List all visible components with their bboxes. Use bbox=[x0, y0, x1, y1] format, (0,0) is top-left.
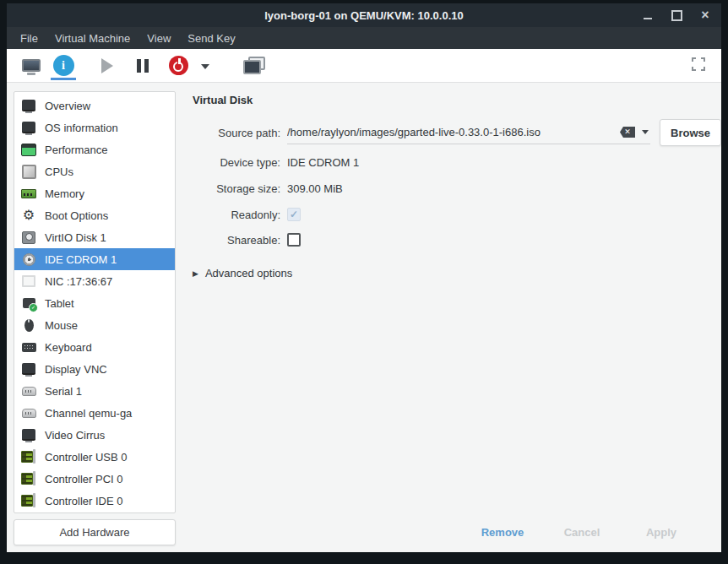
add-hardware-button[interactable]: Add Hardware bbox=[14, 519, 176, 545]
sidebar-item-ide-cdrom-1[interactable]: IDE CDROM 1 bbox=[14, 248, 175, 270]
close-icon[interactable]: × bbox=[698, 8, 713, 23]
sidebar-item-label: Video Cirrus bbox=[45, 429, 105, 442]
sidebar-item-nic-17-36-67[interactable]: NIC :17:36:67 bbox=[14, 270, 175, 292]
sidebar-item-label: Memory bbox=[45, 187, 84, 200]
monitor-icon bbox=[21, 361, 36, 377]
sidebar-item-label: OS information bbox=[45, 122, 118, 134]
pause-icon bbox=[137, 59, 149, 73]
minimize-icon[interactable] bbox=[640, 8, 655, 23]
sidebar-list: Overview OS information Performance CPUs… bbox=[14, 91, 176, 513]
menu-virtual-machine[interactable]: Virtual Machine bbox=[46, 29, 139, 48]
footer-actions: Remove Cancel Apply bbox=[463, 519, 701, 545]
cdrom-icon bbox=[21, 252, 36, 267]
memory-icon bbox=[21, 186, 36, 201]
sidebar-item-keyboard[interactable]: Keyboard bbox=[14, 336, 175, 358]
titlebar: lyon-borg-01 on QEMU/KVM: 10.0.0.10 × bbox=[7, 3, 721, 27]
sidebar-item-performance[interactable]: Performance bbox=[14, 138, 175, 160]
advanced-options-expander[interactable]: ▶ Advanced options bbox=[193, 267, 721, 279]
sidebar-item-label: Channel qemu-ga bbox=[45, 407, 132, 420]
virtual-disk-panel: Virtual Disk Source path: /home/raylyon/… bbox=[186, 83, 721, 552]
menubar: File Virtual Machine View Send Key bbox=[7, 27, 721, 49]
sidebar-item-virtio-disk-1[interactable]: VirtIO Disk 1 bbox=[14, 226, 175, 248]
sidebar-item-label: Performance bbox=[45, 144, 107, 156]
serial-icon bbox=[21, 405, 36, 420]
monitor-icon bbox=[21, 427, 36, 442]
sidebar-item-display-vnc[interactable]: Display VNC bbox=[14, 358, 175, 380]
maximize-icon[interactable] bbox=[669, 8, 684, 23]
sidebar-item-os-information[interactable]: OS information bbox=[14, 117, 175, 138]
sidebar-item-label: Controller USB 0 bbox=[45, 451, 128, 464]
storage-size-value: 309.00 MiB bbox=[287, 182, 343, 195]
source-path-label: Source path: bbox=[186, 127, 280, 139]
browse-button[interactable]: Browse bbox=[660, 119, 721, 146]
run-button[interactable] bbox=[91, 52, 123, 80]
tablet-icon bbox=[21, 296, 36, 311]
sidebar-item-label: Tablet bbox=[45, 297, 74, 310]
sidebar-item-mouse[interactable]: Mouse bbox=[14, 314, 175, 336]
sidebar-item-boot-options[interactable]: ⚙ Boot Options bbox=[14, 204, 175, 226]
shareable-checkbox[interactable] bbox=[287, 233, 301, 247]
source-path-value: /home/raylyon/images/gparted-live-0.33.0… bbox=[287, 126, 620, 138]
serial-icon bbox=[21, 383, 36, 399]
keyboard-icon bbox=[21, 339, 36, 355]
sidebar-item-controller-usb-0[interactable]: Controller USB 0 bbox=[14, 446, 175, 468]
cancel-button[interactable]: Cancel bbox=[542, 519, 622, 545]
console-view-button[interactable] bbox=[15, 52, 47, 80]
sidebar-item-label: Controller PCI 0 bbox=[45, 473, 122, 485]
sidebar-item-overview[interactable]: Overview bbox=[14, 95, 175, 117]
virt-manager-vm-window: lyon-borg-01 on QEMU/KVM: 10.0.0.10 × Fi… bbox=[0, 0, 728, 564]
sidebar-item-serial-1[interactable]: Serial 1 bbox=[14, 380, 175, 402]
menu-file[interactable]: File bbox=[12, 29, 46, 48]
sidebar-item-label: CPUs bbox=[45, 165, 73, 178]
pause-button[interactable] bbox=[127, 52, 159, 80]
sidebar-item-tablet[interactable]: Tablet bbox=[14, 292, 175, 314]
device-type-value: IDE CDROM 1 bbox=[287, 156, 359, 169]
performance-icon bbox=[21, 142, 36, 157]
displays-icon bbox=[243, 57, 265, 74]
sidebar-item-label: Display VNC bbox=[45, 363, 107, 376]
sidebar-item-label: Mouse bbox=[45, 319, 78, 332]
content: Overview OS information Performance CPUs… bbox=[7, 83, 721, 552]
expander-arrow-icon: ▶ bbox=[193, 269, 198, 278]
monitor-icon bbox=[21, 120, 36, 135]
monitor-icon bbox=[21, 98, 36, 113]
source-path-row: Source path: /home/raylyon/images/gparte… bbox=[186, 117, 721, 148]
sidebar-item-controller-ide-0[interactable]: Controller IDE 0 bbox=[14, 490, 175, 512]
displays-button[interactable] bbox=[238, 52, 270, 80]
sidebar-item-label: Overview bbox=[45, 100, 90, 112]
readonly-label: Readonly: bbox=[186, 209, 280, 221]
details-view-button[interactable]: i bbox=[47, 52, 79, 80]
toolbar: i bbox=[7, 49, 721, 83]
source-path-input[interactable]: /home/raylyon/images/gparted-live-0.33.0… bbox=[287, 121, 650, 144]
apply-button[interactable]: Apply bbox=[622, 519, 701, 545]
fullscreen-button[interactable] bbox=[691, 57, 706, 72]
play-icon bbox=[101, 58, 113, 73]
menu-view[interactable]: View bbox=[139, 29, 179, 48]
sidebar-item-memory[interactable]: Memory bbox=[14, 182, 175, 204]
sidebar-item-label: Serial 1 bbox=[45, 385, 82, 398]
readonly-row: Readonly: ✓ bbox=[186, 205, 721, 224]
device-type-label: Device type: bbox=[186, 156, 280, 169]
virtual-disk-form: Source path: /home/raylyon/images/gparte… bbox=[186, 117, 721, 279]
entry-dropdown-caret-icon[interactable] bbox=[642, 130, 649, 134]
sidebar-item-video-cirrus[interactable]: Video Cirrus bbox=[14, 424, 175, 446]
window: lyon-borg-01 on QEMU/KVM: 10.0.0.10 × Fi… bbox=[7, 3, 721, 552]
sidebar-item-cpus[interactable]: CPUs bbox=[14, 160, 175, 182]
sidebar-item-controller-pci-0[interactable]: Controller PCI 0 bbox=[14, 468, 175, 490]
remove-button[interactable]: Remove bbox=[463, 519, 542, 545]
shutdown-menu-button[interactable] bbox=[194, 52, 216, 80]
shareable-row: Shareable: bbox=[186, 230, 721, 249]
window-title: lyon-borg-01 on QEMU/KVM: 10.0.0.10 bbox=[7, 9, 721, 22]
sidebar-item-channel-qemu-ga[interactable]: Channel qemu-ga bbox=[14, 402, 175, 424]
sidebar-item-label: VirtIO Disk 1 bbox=[45, 231, 106, 244]
nic-icon bbox=[21, 274, 36, 289]
readonly-checkbox: ✓ bbox=[287, 208, 301, 221]
clear-entry-icon[interactable]: ✕ bbox=[620, 127, 635, 138]
fullscreen-icon bbox=[692, 57, 705, 71]
pci-icon bbox=[21, 493, 36, 508]
disk-icon bbox=[21, 230, 36, 245]
shutdown-button[interactable] bbox=[162, 52, 194, 80]
console-monitor-icon bbox=[22, 59, 41, 72]
menu-send-key[interactable]: Send Key bbox=[179, 29, 243, 48]
sidebar-item-label: Boot Options bbox=[45, 209, 108, 222]
